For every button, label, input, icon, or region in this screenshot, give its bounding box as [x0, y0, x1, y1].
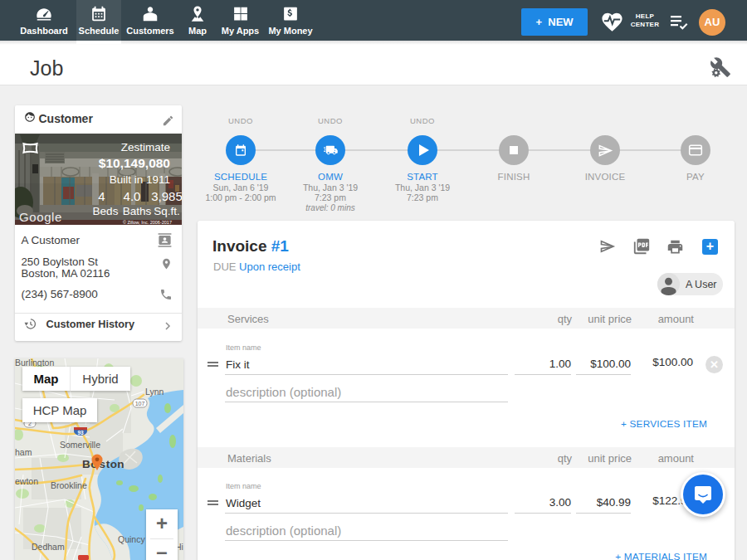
- svg-text:Dedham: Dedham: [32, 542, 65, 552]
- svg-text:ham: ham: [15, 447, 32, 457]
- svg-text:Brookline: Brookline: [51, 480, 87, 490]
- svg-text:Lynn: Lynn: [145, 387, 164, 397]
- svg-text:93: 93: [77, 430, 84, 436]
- svg-text:107: 107: [135, 401, 145, 407]
- svg-text:Somerville: Somerville: [60, 440, 100, 450]
- svg-text:Bo ston: Bo ston: [82, 458, 124, 470]
- svg-text:Quincy: Quincy: [118, 534, 145, 544]
- svg-text:ewton: ewton: [15, 476, 38, 486]
